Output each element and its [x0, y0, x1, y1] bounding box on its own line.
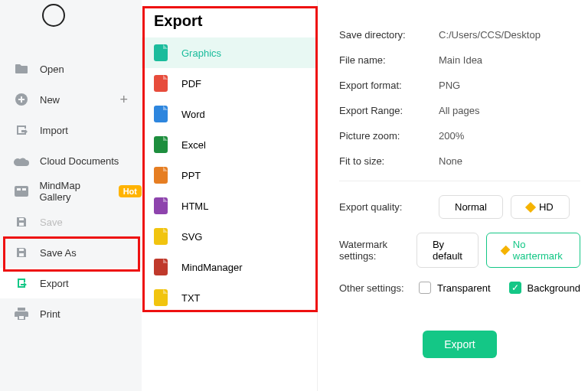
diamond-icon: [525, 201, 536, 212]
word-file-icon: [154, 106, 168, 122]
format-ppt[interactable]: PPT: [142, 160, 317, 191]
panel-title: Export: [142, 9, 317, 37]
ppt-file-icon: [154, 167, 168, 184]
format-graphics[interactable]: Graphics: [142, 37, 317, 68]
sidebar-label: Open: [40, 64, 64, 75]
sidebar-label: MindMap Gallery: [39, 180, 112, 203]
html-file-icon: [154, 197, 168, 214]
sidebar-item-save-as[interactable]: Save As: [0, 237, 142, 268]
format-label: HTML: [181, 200, 208, 212]
save-directory-value[interactable]: C:/Users/CCS/Desktop: [439, 29, 541, 41]
watermark-none-button[interactable]: No wartermark: [486, 233, 580, 268]
format-label: PPT: [181, 170, 201, 181]
pill-label: No wartermark: [513, 239, 564, 262]
export-range-value[interactable]: All pages: [439, 105, 479, 116]
sidebar-item-print[interactable]: Print: [0, 298, 142, 329]
svg-rect-3: [22, 188, 26, 191]
file-name-label: File name:: [339, 54, 439, 66]
export-format-label: Export format:: [339, 80, 439, 91]
export-format-value[interactable]: PNG: [439, 80, 460, 91]
divider: [339, 181, 580, 181]
format-excel[interactable]: Excel: [142, 129, 317, 160]
back-icon[interactable]: [42, 4, 65, 27]
watermark-label: Watermark settings:: [339, 239, 416, 262]
format-pdf[interactable]: PDF: [142, 68, 317, 99]
format-label: Graphics: [181, 47, 221, 59]
checkbox-checked-icon: ✓: [509, 282, 521, 294]
txt-file-icon: [154, 289, 168, 306]
format-label: Excel: [181, 139, 206, 151]
format-mindmanager[interactable]: MindManager: [142, 252, 317, 282]
background-checkbox[interactable]: ✓Background: [509, 282, 580, 294]
export-quality-label: Export quality:: [339, 201, 439, 213]
quality-hd-button[interactable]: HD: [511, 195, 570, 219]
fit-to-size-label: Fit to size:: [339, 155, 439, 167]
sidebar-item-gallery[interactable]: MindMap Gallery Hot: [0, 176, 142, 207]
format-svg[interactable]: SVG: [142, 221, 317, 252]
excel-file-icon: [154, 136, 168, 153]
other-settings-label: Other settings:: [339, 282, 419, 294]
checkbox-label: Transparent: [437, 282, 491, 294]
format-word[interactable]: Word: [142, 99, 317, 129]
watermark-default-button[interactable]: By default: [416, 233, 479, 268]
file-name-value[interactable]: Main Idea: [439, 54, 482, 66]
plus-circle-icon: [14, 92, 29, 107]
sidebar-label: Export: [40, 278, 69, 289]
export-range-label: Export Range:: [339, 105, 439, 116]
format-label: PDF: [181, 78, 201, 90]
sidebar: Open New + Import Cloud Documents MindMa…: [0, 0, 142, 391]
picture-zoom-label: Picture zoom:: [339, 130, 439, 142]
sidebar-label: Cloud Documents: [40, 155, 119, 167]
format-label: Word: [181, 109, 205, 120]
save-directory-label: Save directory:: [339, 29, 439, 41]
format-label: TXT: [181, 292, 201, 304]
plus-icon[interactable]: +: [119, 92, 128, 108]
svg-rect-1: [15, 186, 28, 197]
graphics-file-icon: [154, 44, 168, 61]
export-formats-panel: Export Graphics PDF Word Excel PPT HTML …: [142, 0, 318, 391]
picture-zoom-value[interactable]: 200%: [439, 130, 464, 142]
transparent-checkbox[interactable]: Transparent: [419, 282, 491, 294]
sidebar-item-import[interactable]: Import: [0, 115, 142, 145]
fit-to-size-value[interactable]: None: [439, 155, 462, 167]
save-as-icon: [14, 245, 29, 260]
sidebar-item-cloud[interactable]: Cloud Documents: [0, 145, 142, 176]
pdf-file-icon: [154, 75, 168, 92]
sidebar-label: Print: [40, 308, 60, 320]
sidebar-item-save: Save: [0, 207, 142, 237]
diamond-icon: [501, 246, 511, 256]
export-button[interactable]: Export: [423, 331, 496, 358]
sidebar-label: Import: [40, 125, 68, 136]
svg-file-icon: [154, 228, 168, 245]
quality-normal-button[interactable]: Normal: [439, 195, 503, 219]
gallery-icon: [14, 184, 28, 199]
svg-rect-2: [17, 188, 21, 191]
sidebar-label: New: [40, 94, 60, 106]
sidebar-label: Save: [40, 217, 63, 228]
print-icon: [14, 306, 29, 321]
format-txt[interactable]: TXT: [142, 282, 317, 313]
export-settings: Save directory:C:/Users/CCS/Desktop File…: [318, 0, 588, 391]
sidebar-item-open[interactable]: Open: [0, 54, 142, 84]
hot-badge: Hot: [119, 185, 142, 197]
format-html[interactable]: HTML: [142, 191, 317, 221]
format-label: MindManager: [181, 262, 243, 273]
sidebar-item-export[interactable]: Export: [0, 268, 142, 298]
checkbox-icon: [419, 282, 431, 294]
pill-label: HD: [539, 201, 554, 213]
save-icon: [14, 214, 29, 230]
cloud-icon: [14, 153, 29, 168]
checkbox-label: Background: [528, 282, 580, 294]
sidebar-label: Save As: [40, 247, 77, 259]
folder-icon: [14, 61, 29, 77]
format-label: SVG: [181, 231, 202, 243]
mindmanager-file-icon: [154, 259, 168, 275]
sidebar-item-new[interactable]: New +: [0, 84, 142, 115]
import-icon: [14, 122, 29, 138]
export-icon: [14, 275, 29, 291]
